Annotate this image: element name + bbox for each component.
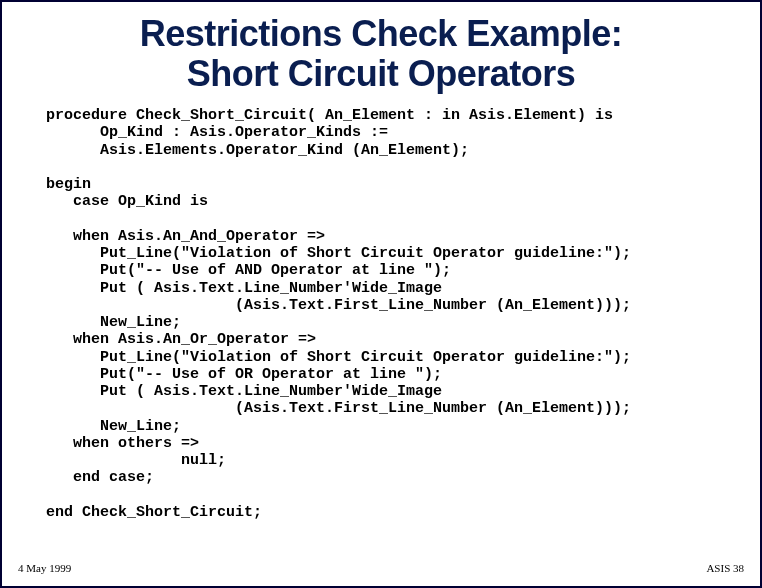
title-line-2: Short Circuit Operators [187,53,576,94]
code-block: procedure Check_Short_Circuit( An_Elemen… [46,107,730,521]
title-line-1: Restrictions Check Example: [140,13,623,54]
footer-date: 4 May 1999 [18,562,71,574]
slide-title: Restrictions Check Example: Short Circui… [2,14,760,93]
footer-page: ASIS 38 [706,562,744,574]
slide-container: Restrictions Check Example: Short Circui… [0,0,762,588]
